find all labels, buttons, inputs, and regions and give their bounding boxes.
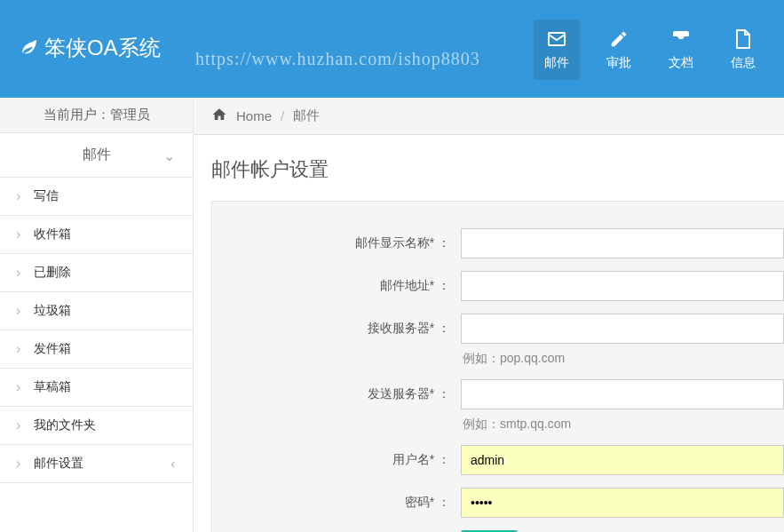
nav-label: 文档	[669, 55, 693, 71]
chevron-down-icon: ⌄	[163, 147, 175, 163]
chevron-left-icon: ‹	[170, 457, 175, 471]
sidebar-item-deleted[interactable]: 已删除	[0, 254, 193, 292]
sidebar-item-compose[interactable]: 写信	[0, 178, 193, 216]
nav-mail[interactable]: 邮件	[534, 20, 580, 80]
nav-label: 邮件	[544, 55, 569, 71]
breadcrumb-home[interactable]: Home	[236, 108, 272, 123]
send-server-hint: 例如：smtp.qq.com	[461, 417, 784, 433]
send-server-input[interactable]	[461, 379, 784, 409]
recv-server-input[interactable]	[461, 314, 784, 344]
file-icon	[734, 28, 752, 50]
header: 笨侠OA系统 https://www.huzhan.com/ishop8803 …	[0, 0, 784, 98]
breadcrumb-current: 邮件	[293, 107, 320, 124]
sidebar-item-inbox[interactable]: 收件箱	[0, 216, 193, 254]
sidebar-item-sent[interactable]: 发件箱	[0, 330, 193, 369]
pencil-icon	[609, 28, 629, 50]
form-panel: 邮件显示名称* ： 邮件地址* ： 接收服务器* ： 例如：pop.qq.com…	[211, 201, 784, 532]
nav-label: 信息	[731, 55, 756, 71]
send-server-label: 发送服务器* ：	[212, 386, 461, 402]
current-user-label: 当前用户：管理员	[0, 98, 193, 133]
nav-label: 审批	[606, 55, 631, 71]
recv-server-label: 接收服务器* ：	[212, 321, 461, 337]
mail-address-input[interactable]	[461, 271, 784, 301]
nav-info[interactable]: 信息	[720, 20, 766, 80]
logo[interactable]: 笨侠OA系统	[18, 0, 161, 62]
watermark-text: https://www.huzhan.com/ishop8803	[195, 49, 480, 69]
sidebar-item-spam[interactable]: 垃圾箱	[0, 292, 193, 330]
mail-address-label: 邮件地址* ：	[212, 278, 461, 294]
logo-text: 笨侠OA系统	[44, 34, 161, 62]
username-input[interactable]	[461, 445, 784, 475]
top-nav: 邮件 审批 文档 信息	[534, 20, 766, 80]
nav-docs[interactable]: 文档	[658, 20, 704, 80]
section-title: 邮件	[83, 147, 111, 162]
sidebar-item-mail-settings[interactable]: 邮件设置 ‹	[0, 445, 193, 483]
sidebar-item-drafts[interactable]: 草稿箱	[0, 369, 193, 407]
main-content: Home / 邮件 邮件帐户设置 邮件显示名称* ： 邮件地址* ： 接收服务器…	[194, 98, 784, 532]
inbox-icon	[670, 28, 692, 50]
home-icon	[211, 107, 227, 125]
sidebar-item-myfolders[interactable]: 我的文件夹	[0, 407, 193, 445]
password-label: 密码* ：	[212, 495, 461, 511]
display-name-input[interactable]	[461, 228, 784, 258]
page-title: 邮件帐户设置	[194, 135, 784, 201]
password-input[interactable]	[461, 488, 784, 518]
envelope-icon	[546, 28, 567, 50]
sidebar-section-mail[interactable]: 邮件 ⌄	[0, 133, 193, 178]
sidebar: 当前用户：管理员 邮件 ⌄ 写信 收件箱 已删除 垃圾箱 发件箱 草稿箱 我的文…	[0, 98, 194, 532]
breadcrumb-separator: /	[281, 108, 284, 123]
recv-server-hint: 例如：pop.qq.com	[461, 351, 784, 367]
display-name-label: 邮件显示名称* ：	[212, 235, 461, 251]
nav-approve[interactable]: 审批	[596, 20, 642, 80]
leaf-icon	[18, 35, 39, 61]
breadcrumb: Home / 邮件	[194, 98, 784, 135]
username-label: 用户名* ：	[212, 452, 461, 468]
